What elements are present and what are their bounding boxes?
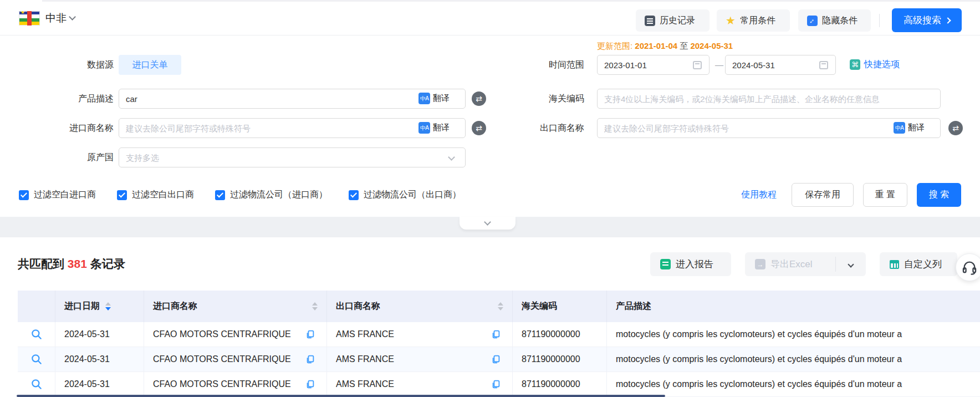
table-row[interactable]: 2024-05-31 CFAO MOTORS CENTRAFRIQUE AMS … bbox=[18, 372, 980, 397]
import-date-cell: 2024-05-31 bbox=[55, 347, 144, 371]
exporter-cell: AMS FRANCE bbox=[327, 347, 513, 371]
horizontal-scrollbar-thumb[interactable] bbox=[17, 395, 665, 397]
product-description-cell: motocycles (y compris les cyclomoteurs) … bbox=[607, 322, 980, 347]
collapse-panel-tab[interactable] bbox=[460, 217, 515, 230]
copy-icon[interactable] bbox=[305, 379, 315, 389]
header-exporter-name[interactable]: 出口商名称 bbox=[327, 291, 513, 322]
enter-report-button[interactable]: 进入报告 bbox=[650, 252, 731, 276]
country-selector-label[interactable]: 中非 bbox=[45, 11, 67, 26]
calendar-icon[interactable] bbox=[693, 61, 702, 69]
row-detail-cell[interactable] bbox=[18, 372, 55, 396]
update-range-text: 更新范围: 2021-01-04 至 2024-05-31 bbox=[597, 41, 733, 52]
customer-service-button[interactable] bbox=[956, 253, 980, 281]
header-import-date[interactable]: 进口日期 bbox=[55, 291, 144, 322]
flag-star: ★ bbox=[21, 11, 25, 15]
export-options-dropdown[interactable] bbox=[836, 252, 866, 276]
central-african-republic-flag-icon: ★ bbox=[19, 11, 40, 26]
star-icon: ★ bbox=[726, 16, 736, 26]
exporter-name-label: 出口商名称 bbox=[490, 118, 584, 138]
header-importer-name[interactable]: 进口商名称 bbox=[144, 291, 327, 322]
advanced-search-button[interactable]: 高级搜索 bbox=[892, 8, 962, 32]
magnifier-icon[interactable] bbox=[30, 353, 43, 365]
results-count: 381 bbox=[68, 257, 87, 270]
table-header-row: 进口日期 进口商名称 出口商名称 海关编码 产品描述 bbox=[18, 291, 980, 322]
quick-options-link[interactable]: ⌘ 快捷选项 bbox=[850, 59, 900, 70]
save-conditions-button[interactable]: 保存常用 bbox=[792, 183, 854, 207]
translate-icon: 中A bbox=[418, 122, 430, 134]
table-row[interactable]: 2024-05-31 CFAO MOTORS CENTRAFRIQUE AMS … bbox=[18, 322, 980, 347]
update-range-start: 2021-01-04 bbox=[635, 41, 677, 50]
data-source-label: 数据源 bbox=[0, 55, 114, 75]
copy-icon[interactable] bbox=[305, 354, 315, 364]
copy-icon[interactable] bbox=[491, 329, 501, 339]
reset-button[interactable]: 重 置 bbox=[863, 183, 907, 207]
hide-conditions-button[interactable]: ↕ 隐藏条件 bbox=[798, 9, 871, 32]
import-date-cell: 2024-05-31 bbox=[55, 322, 144, 347]
chevron-down-icon[interactable] bbox=[69, 13, 76, 21]
importer-cell: CFAO MOTORS CENTRAFRIQUE bbox=[144, 322, 327, 347]
checkbox-filter-blank-exporter[interactable]: 过滤空白出口商 bbox=[117, 189, 194, 201]
checkbox-checked-icon bbox=[215, 190, 225, 200]
header-detail-column bbox=[18, 291, 55, 322]
product-description-cell: motocycles (y compris les cyclomoteurs) … bbox=[607, 372, 980, 396]
translate-button[interactable]: 中A 翻译 bbox=[418, 122, 450, 134]
export-icon: → bbox=[755, 259, 765, 269]
history-button[interactable]: 历史记录 bbox=[636, 9, 710, 32]
origin-country-select[interactable] bbox=[119, 147, 466, 167]
importer-cell: CFAO MOTORS CENTRAFRIQUE bbox=[144, 372, 327, 396]
swap-language-icon[interactable]: ⇄ bbox=[472, 91, 486, 106]
report-icon bbox=[660, 259, 671, 269]
headset-icon bbox=[962, 259, 977, 275]
exporter-cell: AMS FRANCE bbox=[327, 322, 513, 347]
calendar-icon[interactable] bbox=[819, 61, 828, 69]
time-range-label: 时间范围 bbox=[490, 55, 584, 75]
tutorial-link[interactable]: 使用教程 bbox=[741, 189, 777, 201]
sort-icons[interactable] bbox=[312, 302, 318, 311]
copy-icon[interactable] bbox=[491, 379, 501, 389]
search-button[interactable]: 搜 索 bbox=[917, 183, 961, 207]
chevron-right-icon bbox=[945, 17, 951, 23]
hide-button-label: 隐藏条件 bbox=[822, 15, 858, 27]
sort-icons[interactable] bbox=[105, 302, 111, 311]
row-detail-cell[interactable] bbox=[18, 347, 55, 371]
quick-options-label: 快捷选项 bbox=[864, 59, 900, 70]
topbar-divider bbox=[879, 14, 880, 27]
swap-language-icon[interactable]: ⇄ bbox=[472, 121, 486, 135]
magnifier-icon[interactable] bbox=[30, 378, 43, 390]
checkbox-filter-logistics-importer[interactable]: 过滤物流公司（进口商） bbox=[215, 189, 328, 201]
favorite-conditions-button[interactable]: ★ 常用条件 bbox=[717, 9, 790, 32]
data-source-tab-import-declaration[interactable]: 进口关单 bbox=[119, 55, 181, 75]
export-excel-button[interactable]: → 导出Excel bbox=[745, 252, 835, 276]
favorite-button-label: 常用条件 bbox=[740, 15, 775, 27]
chevron-down-icon bbox=[484, 218, 491, 226]
collapse-icon: ↕ bbox=[807, 16, 818, 26]
export-excel-button-group: → 导出Excel bbox=[745, 252, 866, 276]
checkbox-filter-logistics-exporter[interactable]: 过滤物流公司（出口商） bbox=[349, 189, 461, 201]
hs-code-cell: 871190000000 bbox=[513, 347, 607, 371]
copy-icon[interactable] bbox=[305, 329, 315, 339]
product-description-cell: motocycles (y compris les cyclomoteurs) … bbox=[607, 347, 980, 371]
history-button-label: 历史记录 bbox=[660, 15, 695, 27]
copy-icon[interactable] bbox=[491, 354, 501, 364]
hs-code-input[interactable] bbox=[597, 89, 941, 109]
row-detail-cell[interactable] bbox=[18, 322, 55, 347]
date-range-separator: — bbox=[715, 60, 723, 69]
exporter-name-input[interactable] bbox=[597, 118, 941, 138]
sort-icons[interactable] bbox=[498, 302, 503, 311]
magnifier-icon[interactable] bbox=[30, 328, 43, 340]
checkbox-filter-blank-importer[interactable]: 过滤空白进口商 bbox=[19, 189, 96, 201]
checkbox-checked-icon bbox=[349, 190, 359, 200]
translate-button[interactable]: 中A 翻译 bbox=[894, 122, 925, 134]
command-icon: ⌘ bbox=[850, 59, 860, 70]
importer-name-label: 进口商名称 bbox=[0, 118, 114, 138]
swap-language-icon[interactable]: ⇄ bbox=[948, 121, 963, 135]
product-description-label: 产品描述 bbox=[0, 89, 114, 109]
customize-columns-button[interactable]: 自定义列 bbox=[880, 252, 957, 276]
importer-name-input[interactable] bbox=[119, 118, 466, 138]
product-description-input[interactable] bbox=[119, 89, 466, 109]
results-section: 共匹配到 381 条记录 进入报告 → 导出Excel 自定义列 bbox=[0, 237, 980, 397]
results-table: 进口日期 进口商名称 出口商名称 海关编码 产品描述 2024-05 bbox=[18, 291, 980, 397]
translate-button[interactable]: 中A 翻译 bbox=[418, 93, 450, 104]
table-row[interactable]: 2024-05-31 CFAO MOTORS CENTRAFRIQUE AMS … bbox=[18, 347, 980, 372]
topbar: ★ 中非 历史记录 ★ 常用条件 ↕ 隐藏条件 高级搜索 bbox=[0, 2, 980, 35]
